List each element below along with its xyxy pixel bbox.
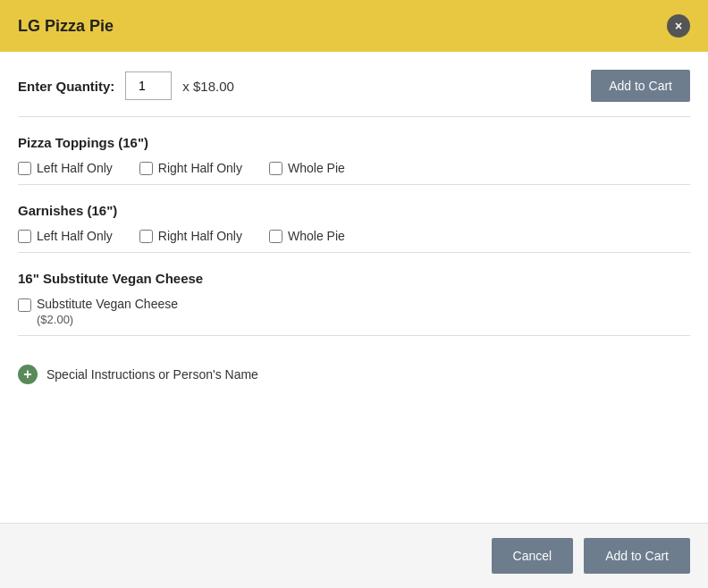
vegan-options: Substitute Vegan Cheese ($2.00) [18,297,690,326]
add-to-cart-footer-button[interactable]: Add to Cart [584,538,690,574]
modal-body: Enter Quantity: x $18.00 Add to Cart Piz… [0,52,708,523]
price-text: x $18.00 [182,79,234,94]
add-to-cart-header-button[interactable]: Add to Cart [591,70,690,102]
pizza-toppings-whole-label[interactable]: Whole Pie [269,161,345,175]
cancel-button[interactable]: Cancel [492,538,574,574]
vegan-cheese-checkbox[interactable] [18,298,31,312]
close-button[interactable]: × [667,14,690,38]
modal-footer: Cancel Add to Cart [0,523,708,588]
modal-title: LG Pizza Pie [18,17,114,36]
garnishes-whole-label[interactable]: Whole Pie [269,229,345,243]
garnishes-title: Garnishes (16") [18,203,690,218]
vegan-section: 16" Substitute Vegan Cheese Substitute V… [18,271,690,336]
garnishes-whole-checkbox[interactable] [269,230,282,243]
modal-header: LG Pizza Pie × [0,0,708,52]
garnishes-right-label[interactable]: Right Half Only [139,229,242,243]
modal-container: LG Pizza Pie × Enter Quantity: x $18.00 … [0,0,708,588]
garnishes-section: Garnishes (16") Left Half Only Right Hal… [18,203,690,253]
garnishes-options: Left Half Only Right Half Only Whole Pie [18,229,690,243]
pizza-toppings-left-checkbox[interactable] [18,162,31,175]
pizza-toppings-title: Pizza Toppings (16") [18,135,690,150]
pizza-toppings-whole-checkbox[interactable] [269,162,282,175]
pizza-toppings-right-checkbox[interactable] [139,162,153,175]
pizza-toppings-left-label[interactable]: Left Half Only [18,161,113,175]
quantity-label: Enter Quantity: [18,79,114,94]
vegan-section-title: 16" Substitute Vegan Cheese [18,271,690,286]
garnishes-left-label[interactable]: Left Half Only [18,229,113,243]
quantity-input[interactable] [125,71,172,100]
special-instructions-label: Special Instructions or Person's Name [46,367,258,382]
quantity-row: Enter Quantity: x $18.00 Add to Cart [18,70,690,117]
pizza-toppings-options: Left Half Only Right Half Only Whole Pie [18,161,690,175]
special-instructions-row[interactable]: + Special Instructions or Person's Name [18,354,690,395]
garnishes-right-checkbox[interactable] [139,230,153,243]
pizza-toppings-right-label[interactable]: Right Half Only [139,161,242,175]
plus-icon: + [18,365,38,384]
garnishes-left-checkbox[interactable] [18,230,31,243]
pizza-toppings-section: Pizza Toppings (16") Left Half Only Righ… [18,135,690,185]
vegan-cheese-label[interactable]: Substitute Vegan Cheese ($2.00) [18,297,178,326]
